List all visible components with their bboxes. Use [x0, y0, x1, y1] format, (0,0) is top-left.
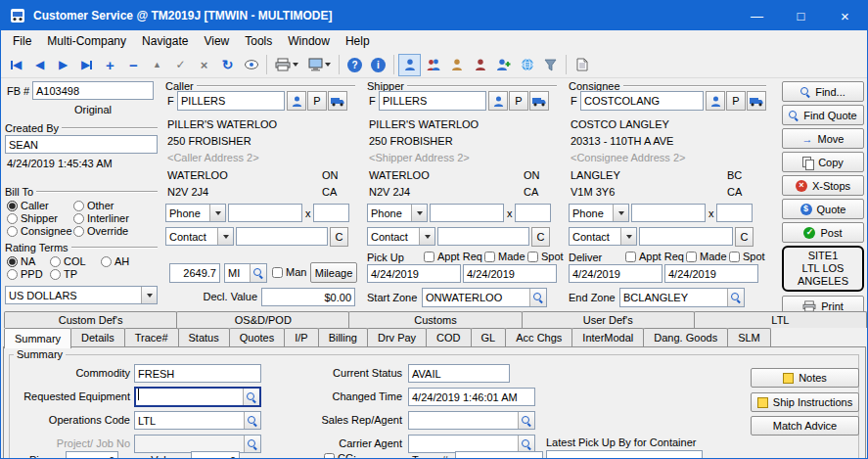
end-zone-field[interactable]: BCLANGLEY [619, 288, 745, 307]
latest-pickup-input[interactable] [546, 450, 703, 458]
shipper-code-input[interactable]: PILLERS [379, 91, 486, 111]
globe-icon[interactable] [516, 54, 538, 76]
tab-ltl[interactable]: LTL [694, 311, 867, 328]
shipper-ext-input[interactable] [515, 204, 551, 222]
decl-value-input[interactable]: $0.00 [261, 288, 355, 306]
requested-equipment-field[interactable] [134, 387, 261, 407]
print-icon[interactable] [271, 54, 302, 76]
close-button[interactable]: × [823, 1, 867, 30]
tab-status[interactable]: Status [178, 328, 230, 346]
mileage-button[interactable]: Mileage [310, 262, 357, 283]
consignee-c-button[interactable]: C [735, 227, 754, 247]
lookup-button[interactable] [250, 264, 266, 282]
bill-to-consignee-radio[interactable]: Consignee [7, 225, 72, 237]
dropdown-arrow-icon[interactable] [141, 287, 157, 303]
x-stops-button[interactable]: ×X-Stops [782, 175, 864, 196]
volume-input[interactable]: 0 [191, 451, 240, 458]
refresh-icon[interactable]: ↻ [216, 54, 239, 76]
pickup-date-to-input[interactable]: 4/24/2019 [463, 264, 557, 283]
rating-col-radio[interactable]: COL [50, 255, 86, 267]
tab-dang-goods[interactable]: Dang. Goods [643, 328, 728, 346]
tab-summary[interactable]: Summary [4, 328, 71, 348]
menu-item-navigate[interactable]: Navigate [134, 30, 196, 52]
bill-to-other-radio[interactable]: Other [73, 200, 114, 211]
consignee-contact-combo[interactable]: Contact [569, 227, 637, 246]
menu-item-tools[interactable]: Tools [237, 30, 280, 52]
bill-to-caller-radio[interactable]: Caller [7, 200, 49, 211]
tab-billing[interactable]: Billing [318, 328, 368, 346]
dropdown-arrow-icon[interactable] [217, 228, 233, 245]
maximize-button[interactable]: □ [779, 1, 823, 30]
dropdown-arrow-icon[interactable] [620, 228, 636, 245]
dropdown-arrow-icon[interactable] [613, 205, 628, 221]
shipper-client-icon-button[interactable] [488, 91, 508, 111]
manual-mileage-checkbox[interactable]: Man [272, 266, 306, 278]
tab-acc-chgs[interactable]: Acc Chgs [505, 328, 572, 346]
bill-to-override-radio[interactable]: Override [73, 225, 128, 237]
currency-combo[interactable]: US DOLLARS [5, 286, 158, 304]
deliver-date-to-input[interactable]: 4/24/2019 [664, 264, 758, 283]
document-icon[interactable] [571, 54, 593, 76]
start-zone-field[interactable]: ONWATERLOO [422, 288, 547, 307]
print-preview-icon[interactable] [303, 54, 335, 76]
menu-item-help[interactable]: Help [338, 30, 378, 52]
menu-item-window[interactable]: Window [280, 30, 338, 52]
consignee-vehicle-icon-button[interactable] [747, 91, 766, 111]
caller-phone-combo[interactable]: Phone [165, 204, 226, 222]
post-button[interactable]: ✓Post [782, 222, 864, 243]
caller-vehicle-icon-button[interactable] [328, 91, 347, 111]
cancel-icon[interactable]: × [193, 54, 215, 76]
help-icon[interactable]: ? [343, 54, 366, 76]
rating-ppd-radio[interactable]: PPD [7, 268, 43, 280]
rating-ah-radio[interactable]: AH [101, 255, 129, 267]
caller-c-button[interactable]: C [330, 227, 348, 247]
lookup-button[interactable] [529, 289, 546, 306]
trace-number-input[interactable] [455, 451, 543, 458]
customer-user-icon[interactable] [398, 54, 421, 76]
tab-user-defs[interactable]: User Def's [522, 311, 695, 328]
users-icon[interactable] [422, 54, 444, 76]
tab-intermodal[interactable]: InterModal [571, 328, 644, 346]
minimize-button[interactable]: — [735, 1, 779, 30]
tab-quotes[interactable]: Quotes [229, 328, 285, 346]
add-record-icon[interactable]: + [99, 54, 121, 76]
find-button[interactable]: Find... [782, 81, 864, 102]
move-button[interactable]: →Move [782, 128, 864, 149]
menu-item-view[interactable]: View [196, 30, 237, 52]
caller-contact-input[interactable] [236, 227, 328, 246]
pickup-made-checkbox[interactable]: Made [484, 251, 525, 262]
tab-trace[interactable]: Trace# [124, 328, 179, 346]
tab-custom-defs[interactable]: Custom Def's [4, 311, 177, 328]
caller-phone-input[interactable] [228, 204, 302, 222]
caller-p-button[interactable]: P [307, 91, 327, 111]
operations-code-field[interactable]: LTL [134, 411, 261, 430]
dropdown-arrow-icon[interactable] [411, 205, 427, 221]
delete-record-icon[interactable]: − [122, 54, 145, 76]
shipper-p-button[interactable]: P [509, 91, 528, 111]
lookup-button[interactable] [244, 412, 260, 429]
nav-next-icon[interactable]: ▶ [52, 54, 74, 76]
filter-icon[interactable] [539, 54, 562, 76]
tab-ip[interactable]: I/P [284, 328, 318, 346]
nav-first-icon[interactable]: ◀ [5, 54, 27, 76]
tab-drv-pay[interactable]: Drv Pay [367, 328, 427, 346]
rating-na-radio[interactable]: NA [7, 255, 35, 267]
view-icon[interactable] [240, 54, 262, 76]
tab-cod[interactable]: COD [426, 328, 471, 346]
confirm-icon[interactable]: ✓ [169, 54, 192, 76]
pickup-date-from-input[interactable]: 4/24/2019 [367, 264, 461, 283]
notes-button[interactable]: Notes [751, 368, 859, 388]
tab-details[interactable]: Details [70, 328, 125, 346]
consignee-contact-input[interactable] [639, 227, 733, 246]
tab-osd-pod[interactable]: OS&D/POD [176, 311, 349, 328]
tab-slm[interactable]: SLM [727, 328, 771, 346]
consignee-ext-input[interactable] [716, 204, 753, 222]
rating-tp-radio[interactable]: TP [50, 268, 77, 280]
menu-item-file[interactable]: File [5, 30, 39, 52]
bill-to-shipper-radio[interactable]: Shipper [7, 212, 58, 224]
tab-gl[interactable]: GL [471, 328, 507, 346]
caller-code-input[interactable]: PILLERS [177, 91, 285, 111]
caller-ext-input[interactable] [313, 204, 349, 222]
pickup-appt-req-checkbox[interactable]: Appt Req [424, 251, 482, 262]
shipper-contact-input[interactable] [437, 227, 529, 246]
